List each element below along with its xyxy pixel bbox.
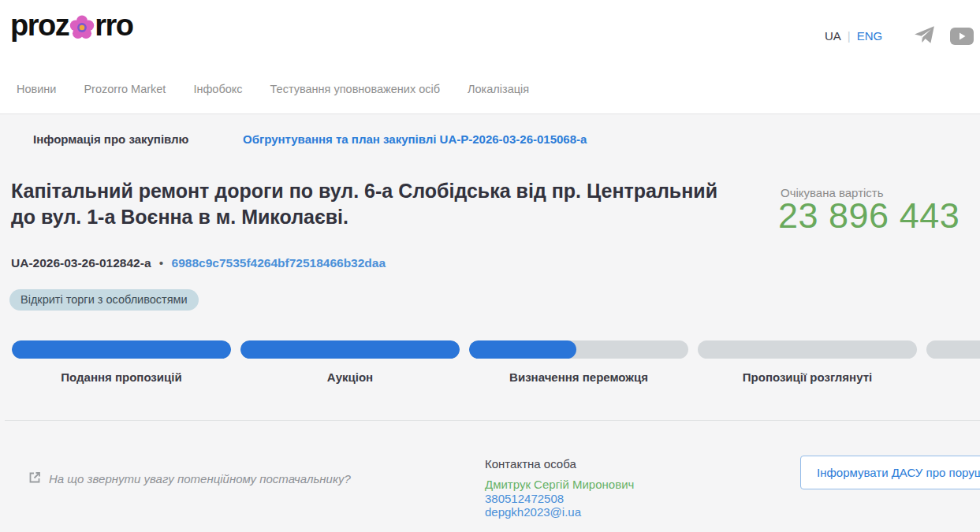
expected-value: 23 896 443 (778, 195, 960, 236)
status-badge: Відкриті торги з особливостями (9, 289, 199, 311)
contact-name: Дмитрук Сергій Миронович (485, 478, 634, 492)
contact-phone[interactable]: 380512472508 (485, 492, 634, 506)
stage-label: Аукціон (240, 370, 460, 384)
progress-stage (698, 340, 917, 359)
nav-item-infobox[interactable]: Інфобокс (193, 83, 242, 95)
progress-stage (469, 340, 688, 359)
lang-eng[interactable]: ENG (857, 29, 883, 43)
progress-stage (926, 340, 980, 359)
progress-fill (240, 340, 460, 359)
stage-label: Визначення переможця (469, 370, 688, 384)
logo-text-left: proz (10, 9, 69, 43)
progress-fill (469, 340, 576, 359)
id-separator: • (159, 256, 163, 270)
tender-title: Капітальний ремонт дороги по вул. 6-а Сл… (11, 178, 721, 230)
dasu-report-button[interactable]: Інформувати ДАСУ про порушення (800, 456, 980, 489)
supplier-info-link-label: На що звернути увагу потенційному постач… (49, 471, 351, 485)
contact-email[interactable]: depgkh2023@i.ua (485, 505, 634, 519)
nav-item-market[interactable]: Prozorro Market (84, 83, 166, 95)
telegram-icon[interactable] (914, 24, 935, 46)
tender-id: UA-2026-03-26-012842-a (11, 256, 151, 270)
prozorro-tender-page: proz rro UA | ENG Новини Prozorro Market (0, 0, 980, 532)
tab-purchase-info[interactable]: Інформація про закупівлю (33, 132, 188, 146)
section-divider (5, 420, 980, 421)
external-link-icon (28, 471, 41, 487)
supplier-info-link[interactable]: На що звернути увагу потенційному постач… (28, 471, 351, 487)
progress-stage (12, 340, 231, 359)
main-nav: Новини Prozorro Market Інфобокс Тестуван… (17, 83, 529, 95)
tender-id-row: UA-2026-03-26-012842-a • 6988c9c7535f426… (11, 256, 386, 270)
tender-hash-link[interactable]: 6988c9c7535f4264bf72518466b32daa (172, 256, 386, 270)
language-switcher: UA | ENG (825, 29, 882, 43)
progress-stage (240, 340, 460, 359)
youtube-icon[interactable] (950, 28, 974, 45)
lang-separator: | (848, 29, 851, 43)
nav-item-news[interactable]: Новини (17, 83, 56, 95)
nav-item-testing[interactable]: Тестування уповноважених осіб (270, 83, 440, 95)
contact-person-block: Дмитрук Сергій Миронович 380512472508 de… (485, 478, 634, 519)
tab-plan-link[interactable]: Обгрунтування та план закупівлі UA-P-202… (243, 132, 587, 146)
logo-text-right: rro (95, 9, 132, 43)
contact-person-label: Контактна особа (485, 457, 576, 471)
prozorro-logo[interactable]: proz rro (10, 9, 133, 43)
nav-item-localization[interactable]: Локалізація (468, 83, 529, 95)
flower-icon (69, 14, 95, 41)
stage-label: Пропозиції розглянуті (698, 370, 917, 384)
stage-label: Подання пропозицій (12, 370, 231, 384)
lang-ua[interactable]: UA (825, 29, 841, 43)
progress-fill (12, 340, 231, 359)
